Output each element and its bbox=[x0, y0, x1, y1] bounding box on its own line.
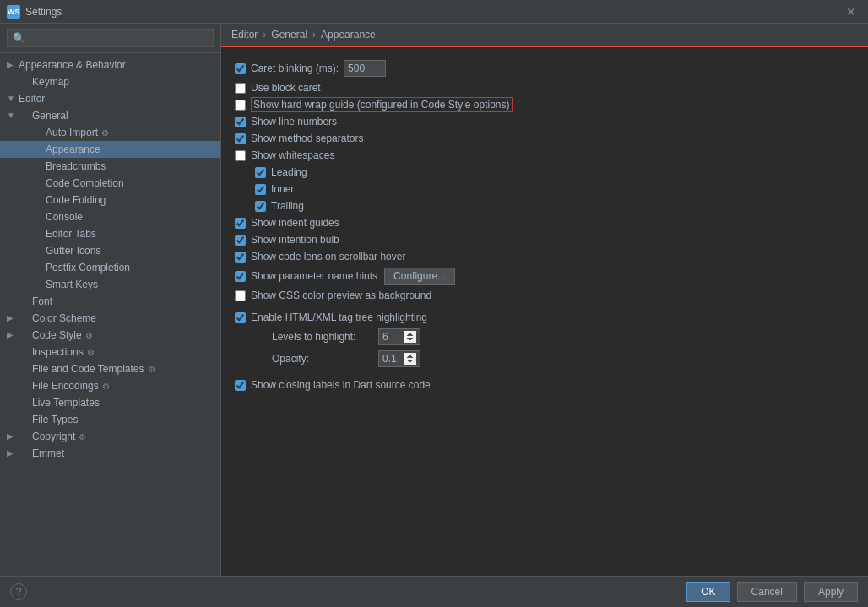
code-lens-label: Show code lens on scrollbar hover bbox=[251, 251, 405, 263]
caret-blinking-checkbox[interactable] bbox=[235, 63, 246, 74]
inner-label: Inner bbox=[271, 183, 294, 195]
closing-labels-row: Show closing labels in Dart source code bbox=[235, 377, 854, 393]
sidebar: ▶ Appearance & Behavior Keymap ▼ Editor … bbox=[0, 24, 221, 576]
caret-blinking-input[interactable] bbox=[344, 60, 386, 77]
app-icon: WS bbox=[7, 5, 20, 19]
ok-button[interactable]: OK bbox=[686, 582, 730, 602]
sidebar-tree: ▶ Appearance & Behavior Keymap ▼ Editor … bbox=[0, 53, 220, 576]
css-color-row: Show CSS color preview as background bbox=[235, 287, 854, 304]
arrow-icon: ▶ bbox=[7, 313, 17, 323]
levels-input[interactable] bbox=[378, 328, 420, 345]
sidebar-item-live-templates[interactable]: Live Templates bbox=[0, 394, 220, 411]
sidebar-item-editor[interactable]: ▼ Editor bbox=[0, 90, 220, 107]
closing-labels-checkbox[interactable] bbox=[235, 380, 246, 391]
hard-wrap-text: Show hard wrap guide (configured in Code… bbox=[251, 97, 513, 112]
param-hints-row: Show parameter name hints Configure... bbox=[235, 265, 854, 287]
sidebar-label: Editor Tabs bbox=[46, 228, 96, 240]
configure-button[interactable]: Configure... bbox=[384, 268, 455, 285]
sidebar-label: Breadcrumbs bbox=[46, 160, 106, 172]
whitespaces-checkbox[interactable] bbox=[235, 150, 246, 161]
trailing-row: Trailing bbox=[235, 198, 854, 214]
sidebar-item-color-scheme[interactable]: ▶ Color Scheme bbox=[0, 310, 220, 327]
arrow-icon bbox=[7, 364, 17, 374]
sidebar-item-code-style[interactable]: ▶ Code Style ⚙ bbox=[0, 327, 220, 344]
config-icon: ⚙ bbox=[102, 382, 110, 391]
sidebar-item-auto-import[interactable]: Auto Import ⚙ bbox=[0, 124, 220, 141]
search-input[interactable] bbox=[7, 29, 214, 47]
sidebar-item-code-completion[interactable]: Code Completion bbox=[0, 175, 220, 192]
sidebar-item-font[interactable]: Font bbox=[0, 293, 220, 310]
leading-checkbox[interactable] bbox=[255, 167, 266, 178]
sidebar-item-editor-tabs[interactable]: Editor Tabs bbox=[0, 225, 220, 242]
sidebar-label: Live Templates bbox=[32, 397, 100, 409]
sidebar-label: Editor bbox=[19, 93, 45, 105]
indent-guides-checkbox[interactable] bbox=[235, 218, 246, 229]
sidebar-label: Color Scheme bbox=[32, 312, 96, 324]
breadcrumb-bar: Editor › General › Appearance bbox=[221, 24, 868, 47]
sidebar-item-code-folding[interactable]: Code Folding bbox=[0, 192, 220, 209]
opacity-input[interactable] bbox=[378, 350, 420, 367]
search-bar bbox=[0, 24, 220, 53]
code-lens-checkbox[interactable] bbox=[235, 252, 246, 263]
code-lens-row: Show code lens on scrollbar hover bbox=[235, 248, 854, 265]
sidebar-item-console[interactable]: Console bbox=[0, 209, 220, 225]
levels-label: Levels to highlight: bbox=[272, 331, 373, 343]
hard-wrap-checkbox[interactable] bbox=[235, 100, 246, 111]
inner-checkbox[interactable] bbox=[255, 184, 266, 195]
caret-blinking-row: Caret blinking (ms): bbox=[235, 57, 854, 79]
sidebar-label: Code Completion bbox=[46, 177, 124, 189]
indent-guides-label: Show indent guides bbox=[251, 217, 339, 229]
line-numbers-checkbox[interactable] bbox=[235, 117, 246, 127]
sidebar-item-inspections[interactable]: Inspections ⚙ bbox=[0, 344, 220, 360]
html-xml-row: Enable HTML/XML tag tree highlighting bbox=[235, 309, 854, 326]
sidebar-item-file-code-templates[interactable]: File and Code Templates ⚙ bbox=[0, 360, 220, 377]
method-sep-checkbox[interactable] bbox=[235, 133, 246, 144]
sidebar-item-copyright[interactable]: ▶ Copyright ⚙ bbox=[0, 428, 220, 445]
sidebar-item-file-types[interactable]: File Types bbox=[0, 411, 220, 428]
sidebar-item-emmet[interactable]: ▶ Emmet bbox=[0, 445, 220, 462]
css-color-checkbox[interactable] bbox=[235, 290, 246, 301]
html-xml-checkbox[interactable] bbox=[235, 312, 246, 323]
css-color-label: Show CSS color preview as background bbox=[251, 290, 431, 301]
arrow-icon: ▶ bbox=[7, 330, 17, 340]
param-hints-label: Show parameter name hints bbox=[251, 270, 377, 282]
use-block-caret-checkbox[interactable] bbox=[235, 83, 246, 94]
sidebar-item-general[interactable]: ▼ General bbox=[0, 107, 220, 124]
method-sep-row: Show method separators bbox=[235, 130, 854, 147]
trailing-checkbox[interactable] bbox=[255, 201, 266, 212]
sidebar-label: Console bbox=[46, 211, 83, 223]
sidebar-item-file-encodings[interactable]: File Encodings ⚙ bbox=[0, 377, 220, 394]
intention-bulb-checkbox[interactable] bbox=[235, 235, 246, 246]
apply-button[interactable]: Apply bbox=[804, 582, 858, 602]
close-button[interactable]: ✕ bbox=[841, 3, 861, 20]
sidebar-item-smart-keys[interactable]: Smart Keys bbox=[0, 276, 220, 293]
sidebar-item-keymap[interactable]: Keymap bbox=[0, 73, 220, 90]
sidebar-item-postfix-completion[interactable]: Postfix Completion bbox=[0, 259, 220, 276]
config-icon: ⚙ bbox=[148, 365, 155, 374]
sidebar-item-breadcrumbs[interactable]: Breadcrumbs bbox=[0, 158, 220, 175]
sidebar-item-gutter-icons[interactable]: Gutter Icons bbox=[0, 242, 220, 259]
arrow-icon bbox=[7, 161, 17, 171]
intention-bulb-label: Show intention bulb bbox=[251, 234, 339, 246]
arrow-icon: ▼ bbox=[7, 94, 17, 104]
trailing-label: Trailing bbox=[271, 200, 304, 212]
use-block-caret-label: Use block caret bbox=[251, 82, 321, 94]
arrow-icon bbox=[7, 398, 17, 408]
breadcrumb-sep2: › bbox=[312, 29, 316, 41]
sidebar-label: Smart Keys bbox=[46, 279, 98, 290]
arrow-icon: ▶ bbox=[7, 448, 17, 458]
sidebar-item-appearance-behavior[interactable]: ▶ Appearance & Behavior bbox=[0, 57, 220, 73]
method-sep-label: Show method separators bbox=[251, 133, 363, 144]
arrow-icon: ▼ bbox=[7, 111, 17, 121]
sidebar-label: Gutter Icons bbox=[46, 245, 100, 257]
sidebar-item-appearance[interactable]: Appearance bbox=[0, 141, 220, 158]
cancel-button[interactable]: Cancel bbox=[737, 582, 797, 602]
sidebar-label: Auto Import bbox=[46, 127, 98, 138]
opacity-row: Opacity: bbox=[241, 348, 854, 370]
closing-labels-label: Show closing labels in Dart source code bbox=[251, 379, 431, 391]
arrow-icon bbox=[7, 229, 17, 239]
help-button[interactable]: ? bbox=[10, 583, 27, 600]
sidebar-label: Font bbox=[32, 295, 52, 307]
config-icon: ⚙ bbox=[79, 432, 86, 442]
param-hints-checkbox[interactable] bbox=[235, 271, 246, 282]
